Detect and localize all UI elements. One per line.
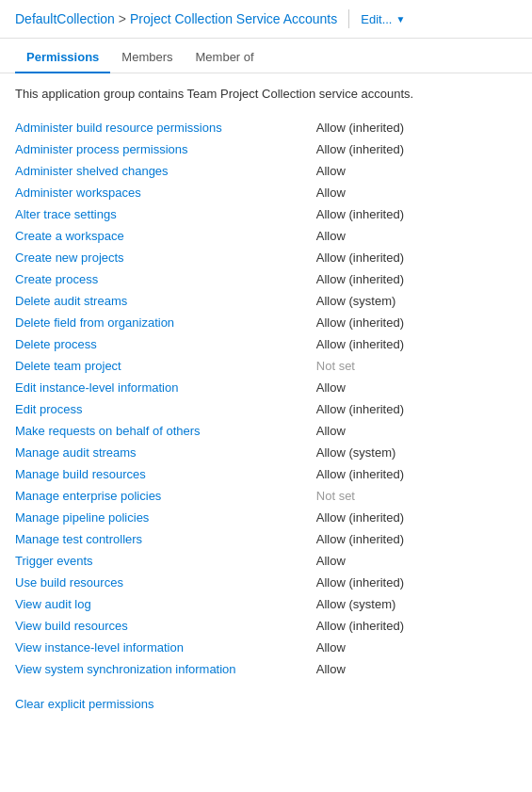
permission-name[interactable]: Make requests on behalf of others (15, 420, 316, 442)
permission-value: Allow (inherited) (316, 203, 517, 225)
permission-value: Allow (inherited) (316, 312, 517, 333)
permission-value: Allow (inherited) (316, 247, 517, 268)
permission-value: Not set (316, 355, 517, 377)
table-row: Administer build resource permissionsAll… (15, 117, 517, 138)
permission-name[interactable]: Trigger events (15, 550, 316, 572)
permission-name[interactable]: Create a workspace (15, 225, 316, 247)
header-divider (348, 9, 349, 28)
table-row: View instance-level informationAllow (15, 637, 517, 658)
table-row: Manage enterprise policiesNot set (15, 485, 517, 507)
table-row: Manage pipeline policiesAllow (inherited… (15, 507, 517, 528)
permission-name[interactable]: Manage pipeline policies (15, 507, 316, 528)
chevron-down-icon: ▼ (396, 14, 406, 24)
permission-name[interactable]: Administer build resource permissions (15, 117, 316, 138)
permission-value: Allow (316, 420, 517, 442)
table-row: View build resourcesAllow (inherited) (15, 615, 517, 637)
permission-name[interactable]: Delete audit streams (15, 290, 316, 312)
table-row: Alter trace settingsAllow (inherited) (15, 203, 517, 225)
table-row: Administer process permissionsAllow (inh… (15, 138, 517, 160)
tab-permissions[interactable]: Permissions (15, 42, 110, 73)
permission-value: Allow (inherited) (316, 268, 517, 290)
main-content: This application group contains Team Pro… (0, 73, 532, 722)
permission-name[interactable]: Delete process (15, 333, 316, 355)
permission-value: Allow (316, 658, 517, 680)
breadcrumb: DefaultCollection > Project Collection S… (15, 11, 337, 26)
permission-name[interactable]: Manage enterprise policies (15, 485, 316, 507)
table-row: Manage audit streamsAllow (system) (15, 442, 517, 463)
tab-members[interactable]: Members (110, 42, 184, 73)
table-row: Create a workspaceAllow (15, 225, 517, 247)
edit-label: Edit... (361, 12, 392, 26)
breadcrumb-separator: > (119, 11, 126, 26)
table-row: Use build resourcesAllow (inherited) (15, 572, 517, 593)
permission-value: Allow (inherited) (316, 507, 517, 528)
table-row: Make requests on behalf of othersAllow (15, 420, 517, 442)
permission-value: Allow (inherited) (316, 138, 517, 160)
permission-name[interactable]: Manage audit streams (15, 442, 316, 463)
permission-name[interactable]: Edit instance-level information (15, 377, 316, 398)
permission-value: Allow (inherited) (316, 615, 517, 637)
permission-value: Allow (316, 160, 517, 182)
permission-name[interactable]: Manage test controllers (15, 528, 316, 550)
permission-name[interactable]: View system synchronization information (15, 658, 316, 680)
permission-name[interactable]: View build resources (15, 615, 316, 637)
table-row: Delete processAllow (inherited) (15, 333, 517, 355)
table-row: Create processAllow (inherited) (15, 268, 517, 290)
permissions-table: Administer build resource permissionsAll… (15, 117, 517, 680)
permission-value: Allow (316, 225, 517, 247)
permission-value: Allow (inherited) (316, 528, 517, 550)
permission-value: Allow (316, 637, 517, 658)
description-text: This application group contains Team Pro… (15, 85, 517, 104)
permission-value: Allow (inherited) (316, 398, 517, 420)
permission-value: Allow (316, 182, 517, 203)
table-row: Delete team projectNot set (15, 355, 517, 377)
permission-value: Allow (system) (316, 442, 517, 463)
permission-name[interactable]: View instance-level information (15, 637, 316, 658)
table-row: Administer shelved changesAllow (15, 160, 517, 182)
breadcrumb-current[interactable]: Project Collection Service Accounts (130, 11, 337, 26)
table-row: Edit instance-level informationAllow (15, 377, 517, 398)
tab-member-of[interactable]: Member of (185, 42, 266, 73)
breadcrumb-collection[interactable]: DefaultCollection (15, 11, 115, 26)
permission-name[interactable]: Delete team project (15, 355, 316, 377)
table-row: View audit logAllow (system) (15, 593, 517, 615)
permission-name[interactable]: Create new projects (15, 247, 316, 268)
permission-name[interactable]: Create process (15, 268, 316, 290)
permission-name[interactable]: Administer shelved changes (15, 160, 316, 182)
table-row: Delete audit streamsAllow (system) (15, 290, 517, 312)
edit-button[interactable]: Edit... ▼ (361, 12, 405, 26)
permission-value: Allow (inherited) (316, 463, 517, 485)
table-row: Edit processAllow (inherited) (15, 398, 517, 420)
permission-value: Not set (316, 485, 517, 507)
permission-value: Allow (316, 377, 517, 398)
clear-explicit-permissions-link[interactable]: Clear explicit permissions (15, 697, 153, 711)
permission-name[interactable]: Administer workspaces (15, 182, 316, 203)
permission-name[interactable]: View audit log (15, 593, 316, 615)
table-row: Manage build resourcesAllow (inherited) (15, 463, 517, 485)
header: DefaultCollection > Project Collection S… (0, 0, 532, 39)
permission-name[interactable]: Alter trace settings (15, 203, 316, 225)
permission-value: Allow (inherited) (316, 117, 517, 138)
table-row: View system synchronization informationA… (15, 658, 517, 680)
tab-bar: PermissionsMembersMember of (0, 42, 532, 73)
permission-name[interactable]: Delete field from organization (15, 312, 316, 333)
permission-value: Allow (inherited) (316, 333, 517, 355)
permission-value: Allow (316, 550, 517, 572)
table-row: Administer workspacesAllow (15, 182, 517, 203)
permission-value: Allow (system) (316, 593, 517, 615)
permission-value: Allow (inherited) (316, 572, 517, 593)
permission-name[interactable]: Administer process permissions (15, 138, 316, 160)
permission-name[interactable]: Manage build resources (15, 463, 316, 485)
table-row: Create new projectsAllow (inherited) (15, 247, 517, 268)
table-row: Delete field from organizationAllow (inh… (15, 312, 517, 333)
permission-value: Allow (system) (316, 290, 517, 312)
table-row: Trigger eventsAllow (15, 550, 517, 572)
table-row: Manage test controllersAllow (inherited) (15, 528, 517, 550)
permission-name[interactable]: Use build resources (15, 572, 316, 593)
permission-name[interactable]: Edit process (15, 398, 316, 420)
